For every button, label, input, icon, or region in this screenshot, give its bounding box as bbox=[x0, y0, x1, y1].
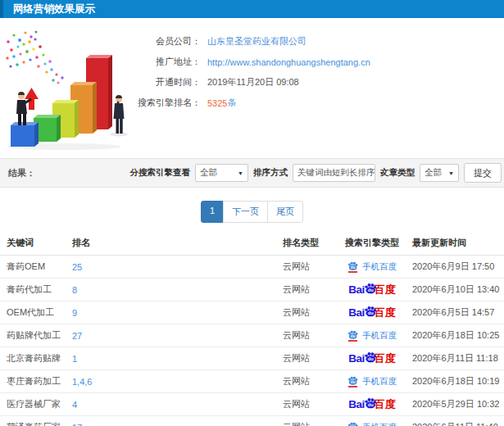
baidu-logo: Baidu百度 bbox=[348, 307, 396, 319]
baidu-paw-icon: du bbox=[364, 397, 377, 409]
last-page-button[interactable]: 尾页 bbox=[267, 201, 303, 223]
keyword-cell: OEM代加工 bbox=[0, 301, 72, 324]
mobile-baidu-label: 手机百度 bbox=[362, 262, 397, 271]
mobile-baidu-label: 手机百度 bbox=[362, 377, 397, 386]
baidu-logo: Baidu百度 bbox=[348, 399, 396, 410]
rank-link[interactable]: 27 bbox=[72, 331, 82, 341]
rank-type-cell: 云网站 bbox=[283, 370, 334, 393]
account-info: 会员公司： 山东皇圣堂药业有限公司 推广地址： http://www.shand… bbox=[0, 31, 504, 113]
col-header-keyword: 关键词 bbox=[0, 231, 72, 256]
baidu-paw-icon: du bbox=[347, 376, 358, 385]
mobile-baidu-logo: du手机百度 bbox=[347, 330, 397, 342]
engine-rank-row: 搜索引擎排名： 5325 条 bbox=[0, 93, 504, 113]
search-engine-cell: Baidu百度 bbox=[334, 279, 410, 301]
keyword-cell: 药贴牌代加工 bbox=[0, 324, 72, 347]
bar-blue bbox=[11, 122, 39, 147]
next-page-button[interactable]: 下一页 bbox=[223, 201, 268, 223]
mobile-baidu-underline bbox=[348, 386, 357, 387]
baidu-logo: Baidu百度 bbox=[348, 353, 396, 365]
rank-type-cell: 云网站 bbox=[283, 393, 334, 416]
svg-text:du: du bbox=[351, 379, 356, 383]
svg-text:du: du bbox=[367, 356, 373, 361]
baidu-paw-icon: du bbox=[347, 422, 358, 426]
rank-cell: 9 bbox=[72, 301, 283, 324]
promo-url-link[interactable]: http://www.shandonghuangshengtang.cn bbox=[207, 57, 370, 67]
engine-filter-select[interactable]: 全部 ▼ bbox=[195, 164, 248, 182]
baidu-paw-icon: du bbox=[364, 283, 377, 294]
baidu-logo-bai: Bai bbox=[348, 284, 365, 296]
svg-text:du: du bbox=[351, 265, 356, 269]
update-time-cell: 2020年6月11日 11:40 bbox=[410, 416, 504, 426]
rank-type-cell: 云网站 bbox=[283, 416, 334, 426]
results-table-body: 膏药OEM25云网站du手机百度2020年6月9日 17:50膏药代加工8云网站… bbox=[0, 256, 504, 426]
baidu-paw-icon: du bbox=[347, 261, 358, 270]
table-row: OEM代加工9云网站Baidu百度2020年6月5日 14:57 bbox=[0, 301, 504, 324]
promo-url-row: 推广地址： http://www.shandonghuangshengtang.… bbox=[0, 52, 504, 72]
article-type-select[interactable]: 全部 ▼ bbox=[420, 164, 459, 182]
mobile-baidu-underline bbox=[348, 340, 357, 342]
col-header-rank-type: 排名类型 bbox=[283, 231, 334, 256]
mobile-baidu-label: 手机百度 bbox=[362, 331, 397, 340]
rank-link[interactable]: 1,4,6 bbox=[72, 377, 92, 387]
update-time-cell: 2020年5月29日 10:32 bbox=[410, 393, 504, 416]
baidu-logo-cn: 百度 bbox=[375, 284, 396, 295]
company-link[interactable]: 山东皇圣堂药业有限公司 bbox=[207, 35, 306, 48]
rank-link[interactable]: 17 bbox=[72, 423, 82, 426]
mobile-baidu-underline bbox=[348, 271, 357, 273]
table-row: 医疗器械厂家4云网站Baidu百度2020年5月29日 10:32 bbox=[0, 393, 504, 416]
submit-button[interactable]: 提交 bbox=[464, 163, 502, 183]
table-row: 膏药OEM25云网站du手机百度2020年6月9日 17:50 bbox=[0, 256, 504, 279]
baidu-logo-bai: Bai bbox=[348, 307, 365, 319]
caret-down-icon: ▼ bbox=[448, 170, 454, 176]
company-row: 会员公司： 山东皇圣堂药业有限公司 bbox=[0, 31, 504, 52]
search-engine-cell: du手机百度 bbox=[334, 256, 410, 279]
rank-cell: 1,4,6 bbox=[72, 370, 283, 393]
rank-cell: 4 bbox=[72, 393, 283, 416]
page-1-button[interactable]: 1 bbox=[201, 201, 224, 223]
mobile-baidu-logo: du手机百度 bbox=[347, 261, 397, 273]
svg-text:du: du bbox=[367, 310, 373, 315]
engine-rank-label: 搜索引擎排名： bbox=[0, 97, 201, 109]
sort-select[interactable]: 关键词由短到长排序 ▼ bbox=[293, 164, 375, 182]
keyword-cell: 膏药OEM bbox=[0, 256, 72, 279]
open-time-row: 开通时间： 2019年11月20日 09:08 bbox=[0, 72, 504, 93]
mobile-baidu-logo: du手机百度 bbox=[347, 422, 397, 426]
table-row: 枣庄膏药加工1,4,6云网站du手机百度2020年6月18日 10:19 bbox=[0, 370, 504, 393]
keyword-cell: 北京膏药贴牌 bbox=[0, 347, 72, 370]
engine-filter-value: 全部 bbox=[200, 167, 217, 179]
rank-link[interactable]: 1 bbox=[72, 354, 77, 364]
rank-link[interactable]: 9 bbox=[72, 308, 77, 318]
svg-text:du: du bbox=[367, 402, 373, 407]
sort-value: 关键词由短到长排序 bbox=[297, 167, 375, 179]
baidu-paw-icon: du bbox=[364, 351, 377, 363]
search-engine-cell: Baidu百度 bbox=[334, 347, 410, 370]
results-table: 关键词 排名 排名类型 搜索引擎类型 最新更新时间 膏药OEM25云网站du手机… bbox=[0, 231, 504, 426]
rank-cell: 27 bbox=[72, 324, 283, 347]
mobile-baidu-icon: du bbox=[347, 376, 358, 387]
rank-cell: 17 bbox=[72, 416, 283, 426]
keyword-cell: 菏泽膏药厂家 bbox=[0, 416, 72, 426]
rank-link[interactable]: 25 bbox=[72, 262, 82, 272]
filter-controls: 分搜索引擎查看 全部 ▼ 排序方式 关键词由短到长排序 ▼ 文章类型 全部 ▼ … bbox=[130, 163, 502, 183]
keyword-cell: 医疗器械厂家 bbox=[0, 393, 72, 416]
update-time-cell: 2020年6月18日 10:19 bbox=[410, 370, 504, 393]
keyword-cell: 膏药代加工 bbox=[0, 279, 72, 301]
promo-url-label: 推广地址： bbox=[0, 56, 201, 68]
col-header-time: 最新更新时间 bbox=[410, 231, 504, 256]
rank-type-cell: 云网站 bbox=[283, 256, 334, 279]
rank-type-cell: 云网站 bbox=[283, 347, 334, 370]
update-time-cell: 2020年6月11日 11:18 bbox=[410, 347, 504, 370]
mobile-baidu-icon: du bbox=[347, 330, 358, 342]
search-engine-cell: Baidu百度 bbox=[334, 393, 410, 416]
rank-link[interactable]: 8 bbox=[72, 285, 77, 295]
baidu-paw-icon: du bbox=[364, 306, 377, 317]
baidu-logo-bai: Bai bbox=[348, 399, 365, 410]
mobile-baidu-label: 手机百度 bbox=[362, 423, 397, 426]
rank-link[interactable]: 4 bbox=[72, 400, 77, 410]
mobile-baidu-icon: du bbox=[347, 422, 358, 426]
table-row: 菏泽膏药厂家17云网站du手机百度2020年6月11日 11:40 bbox=[0, 416, 504, 426]
rank-cell: 8 bbox=[72, 279, 283, 301]
table-row: 膏药代加工8云网站Baidu百度2020年6月10日 13:40 bbox=[0, 279, 504, 301]
svg-text:du: du bbox=[367, 288, 373, 292]
baidu-logo-cn: 百度 bbox=[375, 307, 396, 318]
